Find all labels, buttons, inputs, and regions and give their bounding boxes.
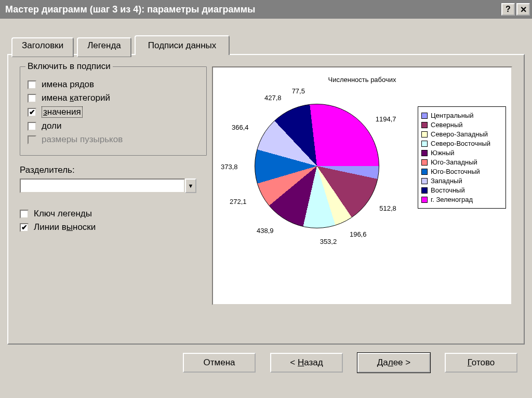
left-column: Включить в подписи имена рядов имена кат… [20,66,207,332]
checkbox-icon [28,80,36,89]
legend-item: Северо-Восточный [421,140,502,147]
legend-swatch [421,169,428,175]
chart-preview: Численность рабочих 1194,7512,8196,6353,… [212,66,512,305]
legend-text: г. Зеленоград [431,196,473,203]
cancel-button[interactable]: Отмена [183,353,256,373]
finish-button[interactable]: Готово [445,353,517,373]
checkbox-icon: ✔ [28,108,36,117]
separator-label: Разделитель: [20,165,207,175]
checkbox-icon [28,94,36,103]
data-label: 373,8 [221,163,238,171]
data-label: 366,4 [232,123,249,131]
checkbox-icon [20,210,29,218]
separator-input[interactable] [20,179,185,193]
dropdown-button[interactable]: ▼ [185,179,196,193]
legend-swatch [421,122,428,128]
next-button[interactable]: Далее > [357,353,430,373]
legend-swatch [421,113,428,119]
tab-panel: Включить в подписи имена рядов имена кат… [7,54,525,345]
legend-swatch [421,141,428,147]
data-label: 427,8 [264,94,282,102]
help-button[interactable]: ? [501,3,515,16]
legend-swatch [421,150,428,156]
titlebar: Мастер диаграмм (шаг 3 из 4): параметры … [0,0,532,19]
check-legend-key[interactable]: Ключ легенды [20,209,207,219]
back-button[interactable]: < Назад [270,353,343,373]
checkbox-icon [28,122,36,131]
legend-swatch [421,159,428,166]
legend-text: Северный [431,121,463,129]
legend-item: г. Зеленоград [421,196,502,203]
legend-text: Восточный [431,186,465,194]
tab-datalabels[interactable]: Подписи данных [135,35,230,55]
legend-item: Юго-Западный [421,158,502,166]
legend-item: Северо-Западный [421,130,502,138]
legend-text: Северо-Западный [431,130,488,138]
check-percent[interactable]: доли [28,121,199,131]
groupbox-title: Включить в подписи [25,61,113,72]
separator-combo[interactable]: ▼ [20,179,196,193]
legend-item: Центральный [421,112,502,119]
data-label: 272,1 [230,198,247,205]
check-bubble-sizes: размеры пузырьков [28,134,199,145]
legend-item: Юго-Восточный [421,168,502,175]
legend-item: Северный [421,121,502,129]
tab-legend[interactable]: Легенда [77,37,131,57]
checkbox-icon [28,135,36,144]
chart-legend: ЦентральныйСеверныйСеверо-ЗападныйСеверо… [418,106,506,209]
legend-swatch [421,197,428,203]
pie-chart [255,104,379,228]
legend-text: Центральный [431,112,474,119]
checkbox-icon: ✔ [20,223,29,232]
data-label: 353,2 [320,238,337,245]
check-series-names[interactable]: имена рядов [28,79,199,90]
data-label: 512,8 [379,204,396,212]
legend-text: Южный [431,149,455,157]
check-category-names[interactable]: имена категорий [28,93,199,103]
legend-item: Южный [421,149,502,157]
legend-text: Юго-Западный [431,158,477,166]
data-label: 438,9 [257,227,274,235]
right-column: Численность рабочих 1194,7512,8196,6353,… [207,66,512,332]
wizard-buttons: Отмена < Назад Далее > Готово [7,345,525,373]
window-title: Мастер диаграмм (шаг 3 из 4): параметры … [5,4,500,15]
legend-item: Западный [421,177,502,185]
legend-text: Юго-Восточный [431,168,480,175]
close-button[interactable]: ✕ [516,3,530,16]
data-label: 77,5 [292,87,305,95]
chart-title: Численность рабочих [218,76,506,84]
pie-wrap [255,104,379,228]
include-labels-groupbox: Включить в подписи имена рядов имена кат… [20,66,207,156]
client-area: Заголовки Легенда Подписи данных Включит… [0,19,532,380]
tabstrip: Заголовки Легенда Подписи данных [11,35,525,55]
check-leader-lines[interactable]: ✔ Линии выноски [20,222,207,232]
legend-text: Северо-Восточный [431,140,490,147]
legend-swatch [421,131,428,138]
legend-text: Западный [431,177,462,185]
data-label: 1194,7 [376,115,396,123]
check-values[interactable]: ✔ значения [28,106,199,118]
legend-swatch [421,178,428,184]
chart-area: 1194,7512,8196,6353,2438,9272,1373,8366,… [218,86,506,288]
tab-headers[interactable]: Заголовки [11,37,74,57]
legend-swatch [421,187,428,194]
legend-item: Восточный [421,186,502,194]
data-label: 196,6 [350,230,367,238]
